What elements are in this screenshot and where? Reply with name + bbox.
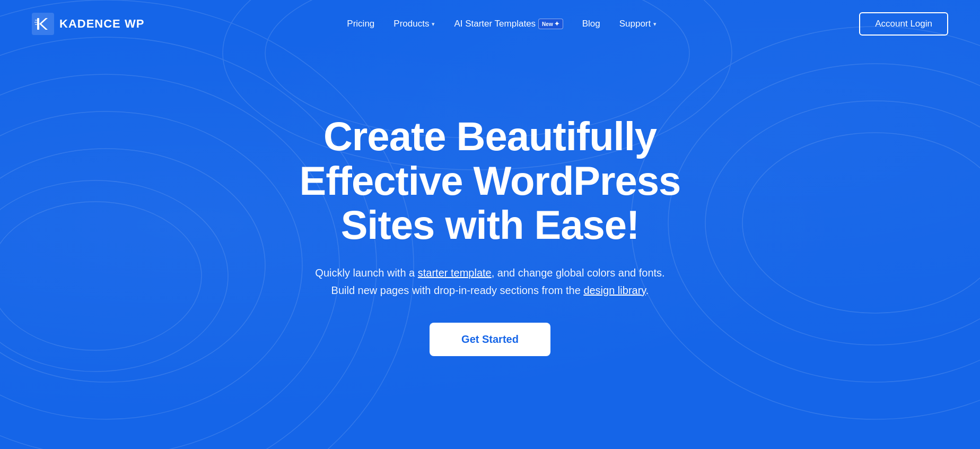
- subtitle-text-after-link2: .: [646, 284, 649, 296]
- badge-plus-icon: ✦: [554, 20, 559, 28]
- products-chevron-icon: ▾: [432, 21, 435, 28]
- kadence-logo-icon: [32, 13, 54, 35]
- svg-rect-13: [32, 13, 54, 35]
- logo[interactable]: KADENCE WP: [32, 13, 144, 35]
- hero-title: Create Beautifully Effective WordPress S…: [273, 114, 707, 247]
- hero-subtitle: Quickly launch with a starter template, …: [273, 264, 707, 299]
- nav-ai-templates[interactable]: AI Starter Templates New ✦: [454, 19, 563, 29]
- svg-point-10: [742, 133, 980, 313]
- svg-point-0: [0, 149, 265, 382]
- starter-template-link[interactable]: starter template: [418, 267, 492, 279]
- main-nav: Pricing Products ▾ AI Starter Templates …: [347, 19, 657, 29]
- hero-section: KADENCE WP Pricing Products ▾ AI Starter…: [0, 0, 980, 449]
- nav-support[interactable]: Support ▾: [619, 19, 657, 29]
- subtitle-text-before-link2: Build new pages with drop-in-ready secti…: [331, 284, 584, 296]
- hero-content: Create Beautifully Effective WordPress S…: [251, 114, 729, 356]
- svg-rect-14: [37, 18, 39, 30]
- get-started-button[interactable]: Get Started: [430, 323, 550, 356]
- design-library-link[interactable]: design library: [583, 284, 645, 296]
- subtitle-text-before-link1: Quickly launch with a: [315, 267, 417, 279]
- nav-pricing[interactable]: Pricing: [347, 19, 374, 29]
- nav-products[interactable]: Products ▾: [393, 19, 435, 29]
- nav-blog[interactable]: Blog: [582, 19, 600, 29]
- support-chevron-icon: ▾: [653, 21, 657, 28]
- new-badge: New ✦: [538, 19, 563, 29]
- svg-point-5: [0, 180, 228, 372]
- logo-text: KADENCE WP: [59, 17, 144, 31]
- header: KADENCE WP Pricing Products ▾ AI Starter…: [0, 0, 980, 48]
- svg-point-7: [705, 101, 980, 345]
- svg-point-6: [0, 202, 202, 350]
- account-login-button[interactable]: Account Login: [859, 12, 948, 36]
- subtitle-text-after-link1: , and change global colors and fonts.: [492, 267, 665, 279]
